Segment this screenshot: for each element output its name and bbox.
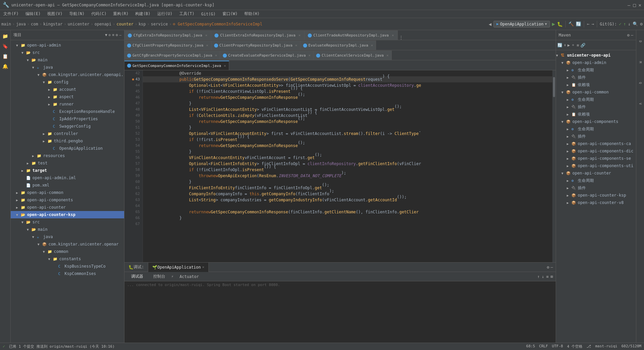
tree-item-ipaddr[interactable]: C IpAddrProperties xyxy=(11,115,124,123)
maven-run-button[interactable]: ▶ xyxy=(567,43,570,48)
mybatis-icon[interactable]: M xyxy=(637,52,644,72)
tree-item-src[interactable]: ▼ 📂 src xyxy=(11,49,124,56)
tree-item-test[interactable]: ▶ 📁 test xyxy=(11,159,124,167)
filter-button[interactable]: ≡ xyxy=(546,274,549,279)
sidebar-locate-button[interactable]: ⊙ xyxy=(109,33,111,37)
breadcrumb-openapi[interactable]: openapi xyxy=(95,22,112,26)
breadcrumb-ksp[interactable]: ksp xyxy=(139,22,146,26)
maximize-button[interactable]: □ xyxy=(633,2,636,8)
tab-close-client-cancel[interactable]: × xyxy=(386,53,389,58)
git-push-button[interactable]: ↑ xyxy=(624,21,626,26)
sidebar-collapse-button[interactable]: ≡ xyxy=(112,33,114,37)
maven-add-button[interactable]: ＋ xyxy=(571,42,575,48)
maven-counter-ksp[interactable]: ▶ 📦 open-api-counter-ksp xyxy=(556,192,636,199)
sidebar-settings-button[interactable]: ⚙ xyxy=(116,33,118,37)
menu-navigate[interactable]: 导航(N) xyxy=(66,10,88,18)
tree-item-counter-ksp[interactable]: ▼ 📂 open-api-counter-ksp xyxy=(11,211,124,218)
tab-close-client-extra[interactable]: × xyxy=(298,33,301,38)
tree-item-counter[interactable]: ▶ 📁 open-api-counter xyxy=(11,204,124,211)
maven-common-plugins[interactable]: ▶ 🔌 插件 xyxy=(556,103,636,111)
maven-comp-ca[interactable]: ▶ 📦 open-api-components-ca xyxy=(556,140,636,147)
tab-close-getspec[interactable]: × xyxy=(224,64,226,68)
navigate-back-icon[interactable]: ◀ xyxy=(489,21,491,27)
menu-window[interactable]: 窗口(W) xyxy=(219,10,241,18)
tab-client-trade[interactable]: ClientTradeAuthRepositoryImpl.java × xyxy=(304,30,398,40)
maven-counter-v8[interactable]: ▶ 📦 open-api-counter-v8 xyxy=(556,199,636,206)
tree-item-pengbo[interactable]: ▶ 📁 third.pengbo xyxy=(11,137,124,145)
tabs-more-button[interactable]: ⋮ xyxy=(398,35,404,40)
tree-item-ksp-common2[interactable]: C KspCommonIses xyxy=(11,270,124,277)
bottom-tab-openapi[interactable]: 🌱 OpenApiApplication × xyxy=(148,263,209,272)
status-memory[interactable]: 602/5120M xyxy=(621,344,641,349)
tab-client-cancel[interactable]: ClientCancelServiceImpl.java × xyxy=(313,51,391,60)
breadcrumb-service[interactable]: service xyxy=(151,22,168,26)
tab-close-cfg-extra[interactable]: × xyxy=(205,33,207,38)
scroll-up-button[interactable]: ↑ xyxy=(537,274,540,279)
tree-item-pom[interactable]: 📄 pom.xml xyxy=(11,182,124,189)
tree-item-common[interactable]: ▶ 📁 open-api-common xyxy=(11,189,124,196)
scroll-down-button[interactable]: ↓ xyxy=(542,274,544,279)
breadcrumb-counter[interactable]: counter xyxy=(116,22,133,26)
maven-comp-lifecycle[interactable]: ▶ ⚙ 生命周期 xyxy=(556,125,636,133)
visualvm-icon[interactable]: V xyxy=(637,94,644,114)
undo-button[interactable]: ← xyxy=(587,21,589,26)
tree-item-main[interactable]: ▼ 📂 main xyxy=(11,56,124,64)
maven-settings-icon[interactable]: ⚙ xyxy=(627,33,630,38)
maven-comp-se[interactable]: ▶ 📦 open-api-components-se xyxy=(556,155,636,162)
maven-comp-uti[interactable]: ▶ 📦 open-api-components-uti xyxy=(556,162,636,169)
qrcode-icon[interactable]: Q xyxy=(637,73,644,93)
breadcrumb-com[interactable]: com xyxy=(31,22,38,26)
tree-item-ksp-main[interactable]: ▼ 📂 main xyxy=(11,226,124,233)
maven-common-deps[interactable]: ▶ 📋 依赖项 xyxy=(556,111,636,118)
tab-close-evaluate[interactable]: × xyxy=(371,43,373,48)
minimize-button[interactable]: — xyxy=(628,2,630,8)
search-button[interactable]: 🔍 xyxy=(633,21,638,26)
vertical-scrollbar[interactable] xyxy=(552,70,556,262)
tree-item-java[interactable]: ▼ ☕ java xyxy=(11,64,124,71)
tab-close-client-prop[interactable]: × xyxy=(295,43,297,48)
redo-button[interactable]: → xyxy=(591,21,594,26)
maven-counter-lifecycle[interactable]: ▶ ⚙ 生命周期 xyxy=(556,177,636,184)
tree-item-runner[interactable]: ▶ 📁 runner xyxy=(11,100,124,108)
tab-close-create-eval[interactable]: × xyxy=(308,53,311,58)
status-line-ending[interactable]: CRLF xyxy=(539,344,548,349)
status-encoding[interactable]: UTF-8 xyxy=(552,344,563,349)
menu-build[interactable]: 构建(B) xyxy=(132,10,154,18)
tab-client-prop[interactable]: ClientPropertyRepositoryImpl.java × xyxy=(211,41,300,50)
subtab-console[interactable]: 控制台 xyxy=(149,274,169,279)
tree-item-controller[interactable]: ▶ 📁 controller xyxy=(11,130,124,137)
close-button[interactable]: ✕ xyxy=(639,2,641,8)
tab-client-extra[interactable]: ClientExtraInfoRepositoryImpl.java × xyxy=(211,30,304,40)
tree-item-admin-iml[interactable]: 📄 open-api-admin.iml xyxy=(11,174,124,182)
tree-item-open-api-admin[interactable]: ▼ 📁 open-api-admin xyxy=(11,42,124,49)
sidebar-close-button[interactable]: — xyxy=(119,33,121,37)
bookmarks-icon[interactable]: 🔖 xyxy=(1,42,10,51)
maven-admin-deps[interactable]: ▶ 📋 依赖项 xyxy=(556,81,636,88)
breadcrumb-main[interactable]: main xyxy=(1,22,11,26)
bottom-tab-debug[interactable]: 🐛 调试: xyxy=(124,263,148,272)
git-fetch-button[interactable]: ↓ xyxy=(628,21,631,26)
scrollbar-thumb[interactable] xyxy=(553,77,555,97)
bigdata-tools-icon[interactable]: D xyxy=(637,31,644,52)
tab-cfg-branch[interactable]: GetCfgBranchPropertyServiceImpl.java × xyxy=(124,51,220,60)
project-icon[interactable]: 📁 xyxy=(1,31,10,41)
menu-code[interactable]: 代码(C) xyxy=(88,10,110,18)
tree-item-package[interactable]: ▼ 📦 com.kingstar.unicenter.openapi. xyxy=(11,71,124,78)
maven-admin-lifecycle[interactable]: ▶ ⚙ 生命周期 xyxy=(556,66,636,74)
sidebar-dropdown-icon[interactable]: ▼ xyxy=(105,33,107,37)
status-indent[interactable]: 4 个空格 xyxy=(567,344,582,349)
settings-gear-icon[interactable]: ⚙ xyxy=(547,265,549,270)
settings-button[interactable]: ⚙ xyxy=(640,21,643,26)
menu-tools[interactable]: 工具(T) xyxy=(176,10,198,18)
build-button[interactable]: 🔨 xyxy=(568,21,574,26)
tab-close-client-trade[interactable]: × xyxy=(392,33,394,38)
run-config-selector[interactable]: ▶ OpenApiApplication ▼ xyxy=(493,21,550,27)
subtab-debugger[interactable]: 调试器 xyxy=(127,274,147,279)
tab-cfg-client[interactable]: CfgClientPropertyRepository.java × xyxy=(124,41,211,50)
tree-item-aspect[interactable]: ▶ 📁 aspect xyxy=(11,93,124,100)
tab-create-eval[interactable]: CreateEvaluatePaperServiceImpl.java × xyxy=(220,51,313,60)
tree-item-openapi-app[interactable]: C OpenApiApplication xyxy=(11,145,124,152)
maven-link-button[interactable]: 🔗 xyxy=(580,43,585,48)
maven-counter-plugins[interactable]: ▶ 🔌 插件 xyxy=(556,184,636,192)
tree-item-ksp-biz[interactable]: C KspBusinessTypeCo xyxy=(11,263,124,270)
